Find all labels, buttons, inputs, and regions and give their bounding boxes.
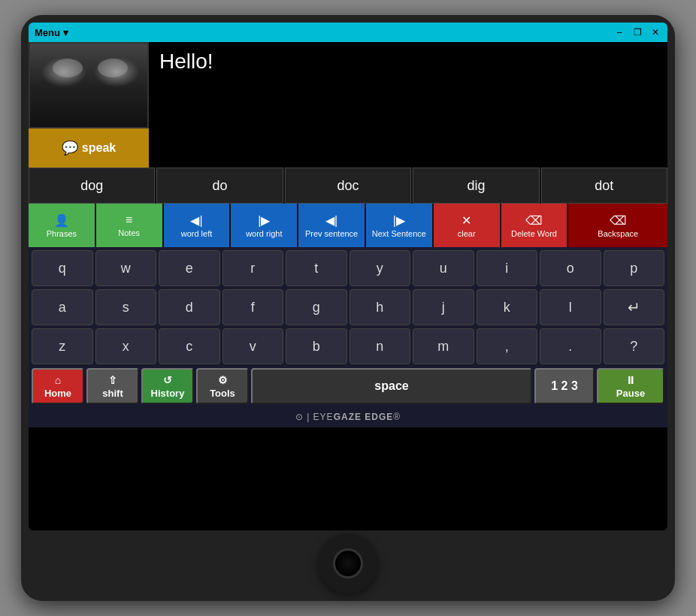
numbers-label: 1 2 3 [551,379,578,393]
top-section: Hello! [29,42,667,128]
speak-button[interactable]: 💬 speak [29,128,149,168]
speak-icon: 💬 [62,140,78,156]
pause-label: Pause [616,388,645,399]
space-label: space [374,379,408,393]
close-button[interactable]: ✕ [649,27,661,38]
keyboard-row-3: z x c v b n m , . ? [29,327,667,366]
menu-label[interactable]: Menu ▾ [35,27,68,38]
key-j[interactable]: j [413,289,474,325]
key-y[interactable]: y [350,250,411,286]
delete-word-label: Delete Word [511,229,557,238]
delete-word-button[interactable]: ⌫ Delete Word [501,204,567,247]
key-u[interactable]: u [413,250,474,286]
keyboard-row-2: a s d f g h j k l ↵ [29,288,667,327]
phrases-button[interactable]: 👤 Phrases [29,204,95,247]
key-q[interactable]: q [32,250,93,286]
key-o[interactable]: o [540,250,601,286]
key-comma[interactable]: , [477,328,538,364]
key-z[interactable]: z [32,328,93,364]
key-d[interactable]: d [159,289,220,325]
key-enter[interactable]: ↵ [604,289,665,325]
shift-label: shift [102,388,123,399]
numbers-button[interactable]: 1 2 3 [534,368,595,404]
prev-sentence-icon: ◀| [325,213,337,228]
word-suggestion-1[interactable]: dog [29,168,155,204]
key-a[interactable]: a [32,289,93,325]
word-right-button[interactable]: |▶ word right [231,204,297,247]
key-v[interactable]: v [222,328,284,364]
word-suggestion-3[interactable]: doc [285,168,411,204]
backspace-icon: ⌫ [610,213,627,228]
history-button[interactable]: ↺ History [141,368,194,404]
word-right-icon: |▶ [258,213,270,228]
next-sentence-button[interactable]: |▶ Next Sentence [366,204,432,247]
word-left-button[interactable]: ◀| word left [164,204,230,247]
camera-lens [333,548,363,578]
key-question[interactable]: ? [604,328,665,364]
word-suggestion-5[interactable]: dot [541,168,667,204]
key-b[interactable]: b [286,328,347,364]
word-suggestion-2[interactable]: do [156,168,283,204]
backspace-button[interactable]: ⌫ Backspace [568,204,667,247]
key-i[interactable]: i [477,250,538,286]
next-sentence-label: Next Sentence [372,229,426,238]
tools-label: Tools [210,388,235,399]
keyboard-row-1: q w e r t y u i o p [29,247,667,288]
key-x[interactable]: x [95,328,157,364]
notes-label: Notes [118,228,140,237]
key-m[interactable]: m [413,328,474,364]
screen: Menu ▾ – ❐ ✕ Hello! 💬 speak [29,23,667,530]
key-n[interactable]: n [350,328,411,364]
clear-button[interactable]: ✕ clear [434,204,500,247]
key-c[interactable]: c [159,328,220,364]
key-s[interactable]: s [95,289,157,325]
pause-icon: ⏸ [625,374,636,386]
key-k[interactable]: k [477,289,538,325]
keyboard-area: q w e r t y u i o p a s d f g h j k [29,247,667,406]
shift-button[interactable]: ⇧ shift [86,368,139,404]
next-sentence-icon: |▶ [393,213,405,228]
shift-icon: ⇧ [108,374,117,386]
tools-button[interactable]: ⚙ Tools [196,368,249,404]
key-e[interactable]: e [159,250,220,286]
prev-sentence-label: Prev sentence [305,229,358,238]
delete-word-icon: ⌫ [525,213,543,228]
pause-button[interactable]: ⏸ Pause [597,368,664,404]
home-label: Home [44,388,71,399]
camera-image [30,44,147,127]
key-period[interactable]: . [540,328,601,364]
home-button[interactable]: ⌂ Home [32,368,84,404]
phrases-icon: 👤 [54,213,69,228]
home-icon: ⌂ [55,374,61,386]
key-f[interactable]: f [222,289,284,325]
bottom-row: ⌂ Home ⇧ shift ↺ History ⚙ Tools space [29,366,667,406]
word-suggestions-row: dog do doc dig dot [29,168,667,204]
key-l[interactable]: l [540,289,601,325]
clear-label: clear [458,229,476,238]
minimize-button[interactable]: – [613,27,625,38]
notes-icon: ≡ [126,213,132,227]
brand-text: ⊙ | EYEGAZE EDGE® [295,412,401,422]
phrases-label: Phrases [47,229,77,238]
history-icon: ↺ [163,374,172,386]
window-controls: – ❐ ✕ [613,27,661,38]
action-row: 👤 Phrases ≡ Notes ◀| word left |▶ word r… [29,204,667,247]
clear-icon: ✕ [461,213,471,228]
space-button[interactable]: space [251,368,532,404]
key-t[interactable]: t [286,250,347,286]
camera-mount [318,533,378,593]
history-label: History [151,388,185,399]
key-r[interactable]: r [222,250,284,286]
key-p[interactable]: p [604,250,665,286]
key-g[interactable]: g [286,289,347,325]
notes-button[interactable]: ≡ Notes [96,204,162,247]
backspace-label: Backspace [598,229,638,238]
display-text: Hello! [159,50,213,73]
word-suggestion-4[interactable]: dig [413,168,539,204]
key-h[interactable]: h [350,289,411,325]
restore-button[interactable]: ❐ [631,27,643,38]
prev-sentence-button[interactable]: ◀| Prev sentence [298,204,365,247]
text-display: Hello! [149,42,667,128]
key-w[interactable]: w [95,250,157,286]
speak-label: speak [82,141,116,155]
